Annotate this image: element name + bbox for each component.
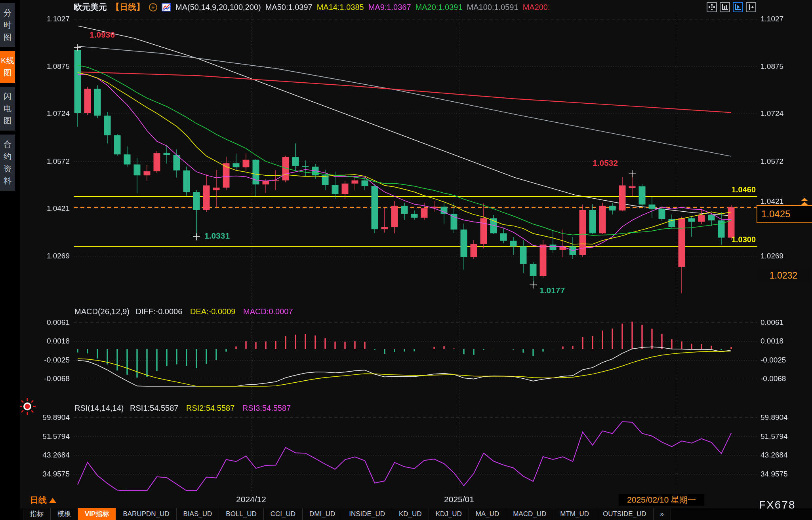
low-marker-1-0177: 1.0177 bbox=[539, 286, 565, 295]
price-tick-left-3: 1.0572 bbox=[33, 157, 70, 166]
chart-toolbar bbox=[707, 2, 756, 12]
rsi-header: RSI(14,14,14) RSI1:54.5587 RSI2:54.5587 … bbox=[74, 404, 291, 413]
price-tick-right-0: 1.1027 bbox=[761, 15, 783, 23]
rsi-tick-right-2: 43.2684 bbox=[761, 451, 788, 459]
ma200-value: MA200: bbox=[523, 3, 550, 12]
macd-tick-right-1: 0.0018 bbox=[761, 337, 783, 345]
price-tick-left-0: 1.1027 bbox=[33, 15, 70, 23]
high-marker-1-0936: 1.0936 bbox=[90, 30, 115, 40]
macd-diff-value: DIFF:-0.0006 bbox=[136, 307, 183, 316]
month-label-dec: 2024/12 bbox=[236, 495, 266, 504]
price-tick-left-4: 1.0421 bbox=[33, 204, 70, 213]
support-level-label: 1.0300 bbox=[696, 235, 756, 244]
rsi1-value: RSI1:54.5587 bbox=[130, 404, 178, 412]
tab-MA_UD[interactable]: MA_UD bbox=[469, 508, 507, 520]
chevron-up-icon bbox=[49, 498, 56, 503]
macd-dea-value: DEA:-0.0009 bbox=[190, 307, 236, 316]
brand-watermark: FX678 bbox=[759, 499, 796, 511]
price-tick-right-3: 1.0572 bbox=[761, 157, 783, 166]
price-tick-left-5: 1.0269 bbox=[33, 252, 70, 260]
axis-scale-icon[interactable] bbox=[720, 2, 730, 12]
price-tick-left-1: 1.0875 bbox=[33, 62, 70, 71]
session-low-box: 1.0232 bbox=[757, 269, 810, 282]
tab-MTM_UD[interactable]: MTM_UD bbox=[553, 508, 596, 520]
sidebar-item-3[interactable]: 合约资料 bbox=[0, 135, 15, 191]
sidebar-item-2[interactable]: 闪电图 bbox=[0, 87, 15, 131]
rsi2-value: RSI2:54.5587 bbox=[186, 404, 234, 412]
tab-MACD_UD[interactable]: MACD_UD bbox=[506, 508, 553, 520]
symbol-name: 欧元美元 bbox=[74, 2, 107, 13]
auto-scroll-icon[interactable] bbox=[733, 2, 743, 12]
rsi-tick-right-1: 51.5794 bbox=[761, 432, 788, 441]
low-marker-1-0331: 1.0331 bbox=[204, 231, 230, 241]
macd-tick-right-0: 0.0061 bbox=[761, 318, 783, 327]
rsi-tick-left-3: 34.9575 bbox=[33, 470, 70, 478]
rsi-tick-right-3: 34.9575 bbox=[761, 470, 788, 478]
month-label-jan: 2025/01 bbox=[444, 495, 474, 504]
time-axis-row: 日线 2024/12 2025/01 2025/02/10 星期一 FX678 bbox=[0, 493, 812, 508]
macd-name: MACD(26,12,9) bbox=[74, 307, 130, 316]
macd-tick-left-0: 0.0061 bbox=[33, 318, 70, 327]
period-selector[interactable]: 日线 bbox=[30, 495, 56, 506]
macd-tick-left-2: -0.0025 bbox=[33, 356, 70, 364]
shift-bar-icon[interactable] bbox=[746, 2, 756, 12]
current-price-box: 1.0425 bbox=[757, 205, 812, 223]
rsi-tick-left-1: 51.5794 bbox=[33, 432, 70, 441]
rsi-tick-left-0: 59.8904 bbox=[33, 413, 70, 422]
tab-模板[interactable]: 模板 bbox=[51, 508, 78, 520]
rsi-tick-right-0: 59.8904 bbox=[761, 413, 788, 422]
ma-settings-label: MA(50,14,9,20,100,200) bbox=[175, 3, 261, 12]
macd-tick-left-1: 0.0018 bbox=[33, 337, 70, 345]
chart-header: 欧元美元 【日线】 + MA(50,14,9,20,100,200) MA50:… bbox=[74, 2, 550, 13]
indicator-tabbar: 指标模板VIP指标BARUPDN_UDBIAS_UDBOLL_UDCCI_UDD… bbox=[0, 508, 812, 520]
candlestick-mini-icon[interactable] bbox=[162, 2, 171, 12]
resistance-level-label: 1.0460 bbox=[696, 185, 756, 194]
tab-CCI_UD[interactable]: CCI_UD bbox=[264, 508, 303, 520]
ma20-value: MA20:1.0391 bbox=[416, 3, 463, 12]
sidebar-item-0[interactable]: 分时图 bbox=[0, 3, 15, 47]
macd-tick-right-2: -0.0025 bbox=[761, 356, 786, 364]
tab-BIAS_UD[interactable]: BIAS_UD bbox=[177, 508, 219, 520]
tab-BOLL_UD[interactable]: BOLL_UD bbox=[219, 508, 263, 520]
indicator-target-icon[interactable] bbox=[18, 397, 36, 417]
macd-macd-value: MACD:0.0007 bbox=[243, 307, 293, 316]
tab-VIP指标[interactable]: VIP指标 bbox=[78, 508, 116, 520]
chart-type-sidebar: 分时图K线图闪电图合约资料 bbox=[0, 0, 20, 520]
period-tag: 【日线】 bbox=[111, 2, 145, 13]
rsi-name: RSI(14,14,14) bbox=[74, 404, 124, 412]
macd-tick-left-3: -0.0068 bbox=[33, 374, 70, 383]
ma9-value: MA9:1.0367 bbox=[368, 3, 411, 12]
rsi3-value: RSI3:54.5587 bbox=[242, 404, 291, 412]
sidebar-item-1[interactable]: K线图 bbox=[0, 51, 15, 83]
pan-crosshair-icon[interactable] bbox=[707, 2, 717, 12]
tab-KDJ_UD[interactable]: KDJ_UD bbox=[429, 508, 469, 520]
add-indicator-icon[interactable]: + bbox=[149, 3, 157, 11]
price-tick-right-2: 1.0724 bbox=[761, 109, 783, 118]
ma50-value: MA50:1.0397 bbox=[265, 3, 313, 12]
tab-DMI_UD[interactable]: DMI_UD bbox=[303, 508, 342, 520]
ma14-value: MA14:1.0385 bbox=[317, 3, 364, 12]
tab-BARUPDN_UD[interactable]: BARUPDN_UD bbox=[116, 508, 176, 520]
tab-OUTSIDE_UD[interactable]: OUTSIDE_UD bbox=[596, 508, 654, 520]
chart-canvas[interactable] bbox=[20, 0, 812, 520]
latest-date-label: 2025/02/10 星期一 bbox=[619, 494, 704, 506]
tab-指标[interactable]: 指标 bbox=[23, 508, 51, 520]
tab-INSIDE_UD[interactable]: INSIDE_UD bbox=[342, 508, 392, 520]
price-tick-right-1: 1.0875 bbox=[761, 62, 783, 71]
price-tick-left-2: 1.0724 bbox=[33, 109, 70, 118]
tab-KD_UD[interactable]: KD_UD bbox=[392, 508, 429, 520]
macd-header: MACD(26,12,9) DIFF:-0.0006 DEA:-0.0009 M… bbox=[74, 307, 293, 316]
trading-app: { "header": { "symbol": "欧元美元", "period_… bbox=[0, 0, 812, 520]
scroll-to-latest-icon[interactable] bbox=[801, 198, 809, 206]
tab-»[interactable]: » bbox=[654, 508, 671, 520]
high-marker-1-0532: 1.0532 bbox=[593, 158, 618, 168]
macd-tick-right-3: -0.0068 bbox=[761, 374, 786, 383]
price-tick-right-5: 1.0269 bbox=[761, 252, 783, 260]
rsi-tick-left-2: 43.2684 bbox=[33, 451, 70, 459]
ma100-value: MA100:1.0591 bbox=[467, 3, 518, 12]
sidebar-divider bbox=[20, 0, 20, 520]
